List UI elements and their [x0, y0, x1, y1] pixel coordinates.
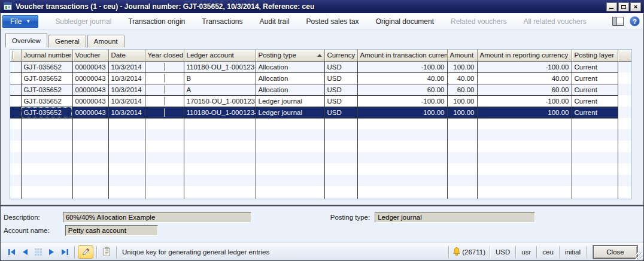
column-header-voucher[interactable]: Voucher: [72, 50, 108, 61]
status-item-ceu[interactable]: ceu: [540, 248, 556, 256]
column-header-posting-type[interactable]: Posting type: [256, 50, 324, 61]
cell-year-closed[interactable]: [145, 95, 184, 107]
column-header-journal-number[interactable]: Journal number: [21, 50, 72, 61]
cell-currency[interactable]: USD: [324, 84, 357, 95]
cell-amount[interactable]: 60.00: [447, 84, 477, 95]
row-selector[interactable]: [10, 61, 21, 72]
cell-voucher[interactable]: 00000043: [72, 72, 108, 84]
notifications-bell-icon[interactable]: [452, 247, 461, 257]
cell-journal-number[interactable]: GJT-035652: [21, 107, 72, 118]
cell-posting-type[interactable]: Allocation: [256, 61, 324, 72]
row-selector[interactable]: [10, 84, 21, 95]
row-selector[interactable]: [10, 72, 21, 84]
first-record-button[interactable]: [5, 246, 19, 258]
cell-voucher[interactable]: 00000043: [72, 61, 108, 72]
column-header-currency[interactable]: Currency: [324, 50, 357, 61]
cell-amount-in-transaction-currency[interactable]: 100.00: [357, 107, 447, 118]
cell-posting-layer[interactable]: Current: [572, 95, 618, 107]
close-window-button[interactable]: ×: [630, 2, 641, 11]
cell-ledger-account[interactable]: A: [184, 84, 256, 95]
menu-item-original-document[interactable]: Original document: [367, 17, 442, 26]
cell-posting-layer[interactable]: Current: [572, 107, 618, 118]
last-record-button[interactable]: [58, 246, 71, 258]
cell-posting-type[interactable]: Allocation: [256, 84, 324, 95]
cell-journal-number[interactable]: GJT-035652: [21, 61, 72, 72]
description-field[interactable]: [63, 212, 251, 223]
edit-record-button[interactable]: [78, 245, 93, 259]
cell-posting-type[interactable]: Allocation: [256, 72, 324, 84]
column-header-posting-layer[interactable]: Posting layer: [572, 50, 618, 61]
cell-amount[interactable]: 100.00: [447, 107, 477, 118]
cell-voucher[interactable]: 00000043: [72, 95, 108, 107]
menu-item-transactions[interactable]: Transactions: [193, 17, 251, 26]
help-icon[interactable]: ?: [630, 16, 640, 26]
cell-amount[interactable]: 100.00: [447, 95, 477, 107]
cell-posting-layer[interactable]: Current: [572, 61, 618, 72]
cell-amount-in-transaction-currency[interactable]: 40.00: [357, 72, 447, 84]
row-selector[interactable]: [10, 95, 21, 107]
cell-year-closed[interactable]: [145, 61, 184, 72]
cell-amount-in-transaction-currency[interactable]: -100.00: [357, 61, 447, 72]
column-header-date[interactable]: Date: [108, 50, 145, 61]
tab-overview[interactable]: Overview: [5, 33, 47, 47]
cell-amount[interactable]: 100.00: [447, 61, 477, 72]
cell-voucher[interactable]: 00000043: [72, 107, 108, 118]
column-header-year-closed[interactable]: Year closed: [145, 50, 184, 61]
cell-year-closed[interactable]: [145, 84, 184, 95]
tab-general[interactable]: General: [48, 35, 86, 47]
column-header-amount-in-transaction-currency[interactable]: Amount in transaction currency: [357, 50, 447, 61]
maximize-button[interactable]: [618, 2, 629, 11]
cell-amount-in-reporting-currency[interactable]: 60.00: [477, 84, 572, 95]
cell-amount-in-reporting-currency[interactable]: -100.00: [477, 95, 572, 107]
cell-currency[interactable]: USD: [324, 95, 357, 107]
row-selector[interactable]: [10, 107, 21, 118]
cell-ledger-account[interactable]: 110180-OU_1-000123--: [184, 107, 256, 118]
layout-pane-icon[interactable]: [612, 17, 624, 26]
tab-amount[interactable]: Amount: [87, 35, 124, 47]
column-header-amount-in-reporting-currency[interactable]: Amount in reporting currency: [477, 50, 572, 61]
select-all-checkbox[interactable]: [13, 51, 14, 59]
notification-count[interactable]: (26711): [462, 248, 485, 256]
status-item-initial[interactable]: initial: [563, 248, 583, 256]
cell-date[interactable]: 10/3/2014: [108, 84, 145, 95]
previous-record-button[interactable]: [19, 246, 32, 258]
cell-currency[interactable]: USD: [324, 61, 357, 72]
status-item-usd[interactable]: USD: [493, 248, 512, 256]
cell-year-closed[interactable]: [145, 72, 184, 84]
cell-ledger-account[interactable]: 170150-OU_1-000123--: [184, 95, 256, 107]
file-menu-button[interactable]: File ▼: [2, 15, 38, 28]
cell-amount-in-reporting-currency[interactable]: 100.00: [477, 107, 572, 118]
column-header-amount[interactable]: Amount: [447, 50, 477, 61]
close-button[interactable]: Close: [593, 245, 637, 259]
clipboard-icon[interactable]: [100, 245, 113, 259]
cell-journal-number[interactable]: GJT-035652: [21, 95, 72, 107]
resize-grip[interactable]: [635, 252, 643, 260]
cell-amount-in-transaction-currency[interactable]: 60.00: [357, 84, 447, 95]
cell-posting-type[interactable]: Ledger journal: [256, 95, 324, 107]
account-name-field[interactable]: [65, 225, 158, 236]
cell-journal-number[interactable]: GJT-035652: [21, 84, 72, 95]
cell-year-closed[interactable]: [145, 107, 184, 118]
cell-date[interactable]: 10/3/2014: [108, 107, 145, 118]
cell-journal-number[interactable]: GJT-035652: [21, 72, 72, 84]
cell-date[interactable]: 10/3/2014: [108, 72, 145, 84]
cell-posting-layer[interactable]: Current: [572, 84, 618, 95]
cell-date[interactable]: 10/3/2014: [108, 95, 145, 107]
next-record-button[interactable]: [45, 246, 58, 258]
status-item-usr[interactable]: usr: [519, 248, 533, 256]
cell-voucher[interactable]: 00000043: [72, 84, 108, 95]
minimize-button[interactable]: [606, 2, 617, 11]
cell-posting-layer[interactable]: Current: [572, 72, 618, 84]
cell-posting-type[interactable]: Ledger journal: [256, 107, 324, 118]
cell-amount-in-reporting-currency[interactable]: -100.00: [477, 61, 572, 72]
cell-ledger-account[interactable]: 110180-OU_1-000123--: [184, 61, 256, 72]
cell-amount[interactable]: 40.00: [447, 72, 477, 84]
cell-currency[interactable]: USD: [324, 72, 357, 84]
cell-date[interactable]: 10/3/2014: [108, 61, 145, 72]
posting-type-field[interactable]: [375, 212, 535, 223]
menu-item-transaction-origin[interactable]: Transaction origin: [120, 17, 193, 26]
cell-amount-in-reporting-currency[interactable]: 40.00: [477, 72, 572, 84]
cell-currency[interactable]: USD: [324, 107, 357, 118]
menu-item-posted-sales-tax[interactable]: Posted sales tax: [298, 17, 367, 26]
menu-item-audit-trail[interactable]: Audit trail: [251, 17, 298, 26]
